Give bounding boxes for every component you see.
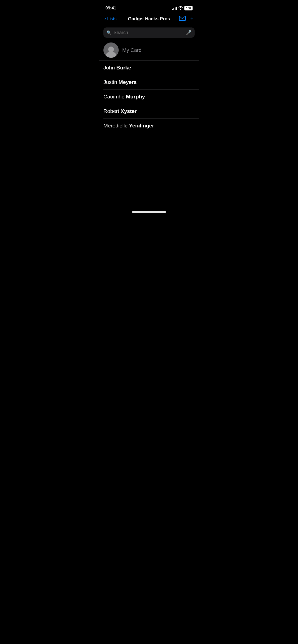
add-contact-button[interactable]: + [190, 16, 194, 22]
page-title: Gadget Hacks Pros [122, 16, 176, 22]
list-item[interactable]: Caoimhe Murphy [99, 90, 199, 104]
nav-actions: + [176, 16, 194, 22]
my-card-label: My Card [122, 47, 142, 53]
mail-icon [179, 16, 186, 21]
status-bar: 09:41 100 [99, 0, 199, 13]
contact-name: Caoimhe Murphy [103, 94, 145, 100]
search-input[interactable] [114, 30, 184, 35]
contact-name: Justin Meyers [103, 79, 137, 85]
list-item[interactable]: Robert Xyster [99, 104, 199, 118]
contact-name: John Burke [103, 65, 131, 71]
list-item[interactable]: Meredielle Yeiulinger [99, 119, 199, 133]
search-icon: 🔍 [106, 30, 112, 35]
my-card-item[interactable]: My Card [99, 40, 199, 60]
back-button[interactable]: ‹ Lists [104, 16, 122, 22]
back-label: Lists [107, 16, 117, 22]
battery-icon: 100 [184, 6, 193, 10]
avatar-person-icon [106, 47, 116, 58]
contact-name: Meredielle Yeiulinger [103, 123, 154, 129]
mail-button[interactable] [179, 16, 186, 22]
search-container: 🔍 🎤 [99, 26, 199, 40]
divider [103, 133, 199, 133]
back-chevron-icon: ‹ [104, 16, 106, 21]
search-bar[interactable]: 🔍 🎤 [103, 27, 195, 38]
home-indicator [132, 211, 166, 213]
list-item[interactable]: Justin Meyers [99, 75, 199, 89]
status-icons: 100 [172, 6, 193, 10]
status-time: 09:41 [105, 6, 116, 11]
list-item[interactable]: John Burke [99, 61, 199, 75]
nav-bar: ‹ Lists Gadget Hacks Pros + [99, 13, 199, 26]
signal-icon [172, 6, 177, 10]
contact-list: John Burke Justin Meyers Caoimhe Murphy … [99, 61, 199, 133]
contact-name: Robert Xyster [103, 108, 137, 114]
avatar [103, 42, 119, 58]
microphone-icon[interactable]: 🎤 [186, 30, 192, 35]
wifi-icon [178, 6, 183, 10]
